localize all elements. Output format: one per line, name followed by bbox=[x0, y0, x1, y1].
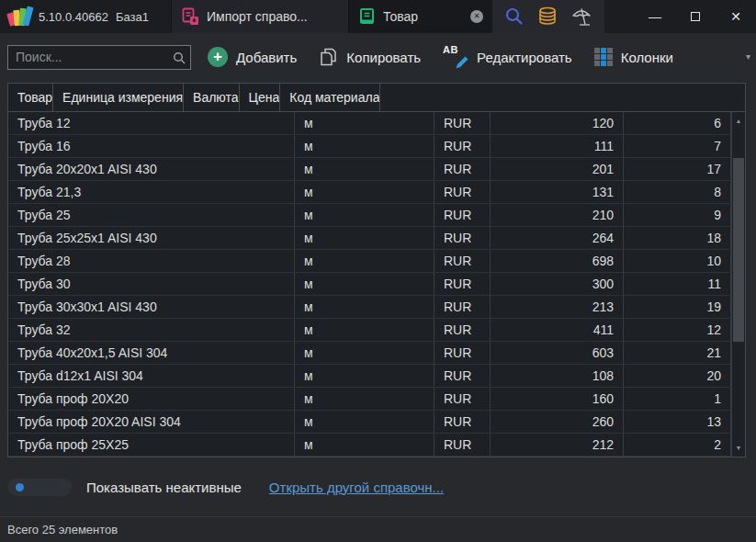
cell-product: Труба 32 bbox=[8, 319, 295, 341]
table-row[interactable]: Труба 25 м RUR 210 9 bbox=[8, 204, 731, 227]
table-row[interactable]: Труба 12 м RUR 120 6 bbox=[8, 112, 731, 135]
add-button[interactable]: + Добавить bbox=[208, 47, 297, 67]
import-document-icon bbox=[181, 7, 199, 26]
product-table: Товар Единица измерения Валюта Цена Код … bbox=[7, 83, 746, 457]
cell-currency: RUR bbox=[434, 273, 491, 295]
search-icon[interactable] bbox=[504, 6, 525, 27]
vertical-scrollbar[interactable]: ▲ ▼ bbox=[731, 112, 745, 457]
cell-unit: м bbox=[295, 181, 434, 203]
tab-label: Товар bbox=[383, 9, 418, 24]
cell-product: Труба 25 bbox=[8, 204, 295, 226]
column-header[interactable]: Валюта bbox=[184, 84, 240, 111]
cell-currency: RUR bbox=[434, 181, 491, 203]
cell-price: 603 bbox=[491, 342, 624, 364]
show-inactive-toggle[interactable] bbox=[7, 479, 72, 496]
cell-currency: RUR bbox=[434, 112, 491, 134]
scroll-up-icon[interactable]: ▲ bbox=[732, 118, 745, 124]
cell-unit: м bbox=[295, 434, 434, 456]
table-row[interactable]: Труба 25x25x1 AISI 430 м RUR 264 18 bbox=[8, 227, 731, 250]
table-row[interactable]: Труба 21,3 м RUR 131 8 bbox=[8, 181, 731, 204]
app-version: 5.10.0.40662 bbox=[39, 10, 108, 24]
cell-product: Труба d12x1 AISI 304 bbox=[8, 365, 295, 387]
table-body: Труба 12 м RUR 120 6 Труба 16 м RUR 111 … bbox=[8, 112, 731, 457]
table-row[interactable]: Труба проф 20X20 AISI 304 м RUR 260 13 bbox=[8, 411, 731, 434]
column-header[interactable]: Товар bbox=[8, 84, 53, 111]
maximize-icon bbox=[691, 12, 700, 21]
maximize-button[interactable] bbox=[675, 0, 716, 33]
columns-grid-icon bbox=[594, 48, 613, 66]
cell-price: 264 bbox=[491, 227, 624, 249]
copy-button[interactable]: Копировать bbox=[319, 47, 421, 67]
tab-import-catalog[interactable]: Импорт справо... bbox=[171, 0, 349, 33]
titlebar: 5.10.0.40662 База1 Импорт справо... Това… bbox=[0, 0, 756, 33]
cell-material-code: 8 bbox=[624, 181, 731, 203]
cell-currency: RUR bbox=[434, 296, 491, 318]
table-header: Товар Единица измерения Валюта Цена Код … bbox=[8, 84, 745, 112]
cell-unit: м bbox=[295, 112, 434, 134]
cell-price: 212 bbox=[491, 434, 624, 456]
edit-button[interactable]: AB Редактировать bbox=[443, 45, 572, 69]
cell-product: Труба 16 bbox=[8, 135, 295, 157]
column-header[interactable]: Код материала bbox=[280, 84, 380, 111]
table-row[interactable]: Труба 30x30x1 AISI 430 м RUR 213 19 bbox=[8, 296, 731, 319]
cell-currency: RUR bbox=[434, 158, 491, 180]
tab-products[interactable]: Товар ✕ bbox=[349, 0, 492, 33]
cell-currency: RUR bbox=[434, 227, 491, 249]
cell-unit: м bbox=[295, 411, 434, 433]
plus-circle-icon: + bbox=[208, 47, 228, 67]
cell-material-code: 10 bbox=[624, 250, 731, 272]
cell-product: Труба 20x20x1 AISI 430 bbox=[8, 158, 295, 180]
cell-product: Труба 25x25x1 AISI 430 bbox=[8, 227, 295, 249]
database-name: База1 bbox=[116, 10, 149, 24]
cell-product: Труба проф 20X20 bbox=[8, 388, 295, 410]
table-row[interactable]: Труба d12x1 AISI 304 м RUR 108 20 bbox=[8, 365, 731, 388]
table-row[interactable]: Труба 30 м RUR 300 11 bbox=[8, 273, 731, 296]
window-controls: — ✕ bbox=[635, 0, 756, 33]
add-button-label: Добавить bbox=[236, 50, 297, 65]
cell-price: 111 bbox=[491, 135, 624, 157]
edit-pencil-icon: AB bbox=[443, 45, 468, 69]
column-header[interactable]: Цена bbox=[240, 84, 281, 111]
cell-product: Труба 12 bbox=[8, 112, 295, 134]
cell-unit: м bbox=[295, 227, 434, 249]
search-input[interactable] bbox=[8, 46, 190, 69]
cell-currency: RUR bbox=[434, 135, 491, 157]
cell-price: 160 bbox=[491, 388, 624, 410]
cell-material-code: 1 bbox=[624, 388, 731, 410]
scroll-down-icon[interactable]: ▼ bbox=[732, 445, 745, 451]
database-icon[interactable] bbox=[537, 6, 558, 27]
cell-price: 260 bbox=[491, 411, 624, 433]
toolbar-buttons: + Добавить Копировать AB Редактировать bbox=[208, 45, 673, 69]
umbrella-icon[interactable] bbox=[570, 6, 592, 27]
tab-label: Импорт справо... bbox=[207, 9, 308, 24]
cell-material-code: 19 bbox=[624, 296, 731, 318]
footer: Показывать неактивные Открыть другой спр… bbox=[0, 457, 756, 516]
cell-unit: м bbox=[295, 388, 434, 410]
cell-price: 201 bbox=[491, 158, 624, 180]
cell-material-code: 9 bbox=[624, 204, 731, 226]
columns-button[interactable]: Колонки bbox=[594, 48, 673, 66]
cell-material-code: 21 bbox=[624, 342, 731, 364]
table-row[interactable]: Труба 20x20x1 AISI 430 м RUR 201 17 bbox=[8, 158, 731, 181]
tab-close-icon[interactable]: ✕ bbox=[470, 10, 483, 23]
edit-button-label: Редактировать bbox=[477, 50, 572, 65]
statusbar: Всего 25 элементов bbox=[0, 516, 756, 542]
table-row[interactable]: Труба проф 20X20 м RUR 160 1 bbox=[8, 388, 731, 411]
total-count-text: Всего 25 элементов bbox=[7, 523, 118, 536]
minimize-button[interactable]: — bbox=[635, 0, 675, 33]
open-other-catalog-link[interactable]: Открыть другой справочн... bbox=[269, 480, 444, 495]
cell-product: Труба 21,3 bbox=[8, 181, 295, 203]
column-header[interactable]: Единица измерения bbox=[53, 84, 184, 111]
table-row[interactable]: Труба 16 м RUR 111 7 bbox=[8, 135, 731, 158]
close-button[interactable]: ✕ bbox=[716, 0, 756, 33]
table-row[interactable]: Труба проф 25X25 м RUR 212 2 bbox=[8, 434, 731, 457]
input-magnifier-icon bbox=[173, 51, 186, 64]
toolbar-overflow-chevron-icon[interactable]: ▾ bbox=[746, 51, 750, 62]
cell-unit: м bbox=[295, 296, 434, 318]
table-row[interactable]: Труба 32 м RUR 411 12 bbox=[8, 319, 731, 342]
show-inactive-label: Показывать неактивные bbox=[86, 480, 242, 495]
cell-currency: RUR bbox=[434, 411, 491, 433]
scrollbar-thumb[interactable] bbox=[733, 158, 744, 342]
table-row[interactable]: Труба 40x20x1,5 AISI 304 м RUR 603 21 bbox=[8, 342, 731, 365]
table-row[interactable]: Труба 28 м RUR 698 10 bbox=[8, 250, 731, 273]
